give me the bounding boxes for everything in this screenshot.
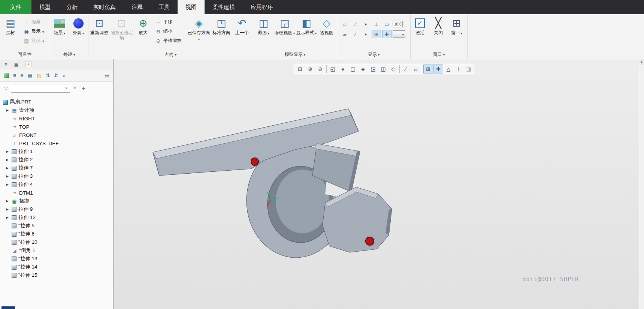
tree-item-extrude-5[interactable]: "拉伸 5 (0, 222, 113, 230)
tab-analysis[interactable]: 分析 (58, 0, 85, 14)
tree-item-front-plane[interactable]: ▱ FRONT (0, 131, 113, 139)
axis-tag-display-toggle[interactable]: ∕ (351, 30, 360, 38)
document-icon[interactable]: ▤ (105, 72, 109, 78)
expand-arrow-icon[interactable]: ▶ (6, 199, 10, 203)
expand-arrow-icon[interactable]: ▶ (6, 158, 10, 162)
annotation-display-icon[interactable]: ▱ (411, 64, 421, 74)
select-filter-toggle[interactable]: ⊞ (372, 30, 381, 38)
tree-item-extrude-3[interactable]: ▶ 拉伸 3 (0, 172, 113, 180)
zoom-region-icon[interactable]: ⊡ (295, 64, 305, 74)
tolerance-value-box[interactable]: 10.0 (393, 21, 403, 27)
pause-icon[interactable]: ‖ (454, 64, 463, 74)
tree-item-extrude-12[interactable]: ▶ 拉伸 12 (0, 213, 113, 222)
tab-annotate[interactable]: 注释 (124, 0, 151, 14)
clipboard-icon[interactable]: ▣ (14, 62, 19, 67)
expand-arrow-icon[interactable]: ▶ (6, 166, 10, 170)
layer-tree-button[interactable]: ▤ 层树 (0, 15, 21, 35)
activate-button[interactable]: ✓ 激活 (411, 15, 429, 35)
tree-columns-icon[interactable]: ▦ (27, 72, 32, 78)
expand-arrow-icon[interactable]: ▶ (6, 216, 10, 219)
vertical-scrollbar[interactable]: ▲ (639, 59, 644, 309)
tree-item-csys[interactable]: ⊥ PRT_CSYS_DEF (0, 139, 113, 147)
scroll-up-icon[interactable]: ▲ (639, 59, 644, 65)
datum-csys-display-toggle[interactable]: ⊥ (372, 20, 381, 28)
manage-views-button[interactable]: ◲ 管理视图 ▾ (274, 15, 296, 36)
expand-arrow-icon[interactable]: ▶ (6, 174, 10, 178)
sort-ascending-icon[interactable]: ⇅ (46, 72, 50, 78)
add-filter-button[interactable]: ＋ (80, 85, 87, 92)
section-button[interactable]: ◫ 截面 ▾ (253, 15, 274, 36)
appearance-footer[interactable]: 外观 ▾ (50, 50, 88, 59)
spin-center-toggle[interactable]: ✚ (382, 30, 391, 38)
display-style-button[interactable]: ◧ 显示样式 ▾ (296, 15, 317, 36)
previous-view-button[interactable]: ↶ 上一个 (232, 15, 252, 35)
point-tag-display-toggle[interactable]: ∗ (361, 30, 371, 38)
warning-icon[interactable]: △ (444, 64, 453, 74)
tree-list-alt-icon[interactable]: ≡ (20, 72, 23, 78)
view-manager-icon[interactable]: ◲ (368, 64, 378, 74)
window-footer[interactable]: 窗口 ▾ (411, 50, 467, 59)
tree-item-extrude-4[interactable]: ▶ 拉伸 4 (0, 180, 113, 189)
tree-list-icon[interactable]: ≡ (13, 72, 16, 78)
zoom-to-selected-button[interactable]: ⊡ 缩放至选定项 (110, 15, 133, 40)
tree-filter-input[interactable] (11, 86, 63, 91)
overflow-chevron-icon[interactable]: » (63, 72, 66, 78)
tree-item-extrude-1[interactable]: ▶ 拉伸 1 (0, 147, 113, 156)
tree-item-dtm1[interactable]: ▱ DTM1 (0, 189, 113, 197)
graphics-area[interactable]: ⊡ ⊕ ⊖ ◱ ◕ ▢ ◈ ◲ ◫ ◇ ∕ ▱ ⊞ ✚ △ ‖ ◨ doit@D… (114, 59, 639, 309)
pan-button[interactable]: ⇔ 平移 (155, 19, 185, 25)
tree-item-group[interactable]: ▶ ▣ 捆绑 (0, 197, 113, 205)
zoom-out-button[interactable]: ⊖ 缩小 (155, 28, 185, 34)
saved-orientations-icon[interactable]: ◈ (358, 64, 368, 74)
close-window-button[interactable]: ╳ 关闭 (429, 15, 447, 35)
tree-item-extrude-15[interactable]: "拉伸 15 (0, 271, 113, 279)
model-3d-view[interactable] (114, 59, 639, 309)
orientation-footer[interactable]: 方向 ▾ (88, 50, 253, 59)
folder-browser-icon[interactable]: ▨ (37, 72, 42, 78)
scene-button[interactable]: 场景 ▾ (50, 15, 69, 36)
datum-plane-display-toggle[interactable]: ▱ (340, 20, 350, 28)
filter-dropdown-icon[interactable]: ▾ (72, 86, 78, 90)
tab-file[interactable]: 文件 (0, 0, 31, 14)
expand-arrow-icon[interactable]: ▶ (6, 150, 10, 153)
status-button[interactable]: ▦ 状况 ▾ (23, 38, 44, 44)
sort-descending-icon[interactable]: ⇵ (54, 72, 59, 78)
tree-item-chamfer-1[interactable]: ◢ "倒角 1 (0, 246, 113, 255)
expand-arrow-icon[interactable]: ▶ (6, 183, 10, 186)
clear-filter-icon[interactable]: × (63, 86, 70, 91)
datum-axis-display-toggle[interactable]: ∕ (351, 20, 360, 28)
repaint-icon[interactable]: ◱ (328, 64, 338, 74)
tab-view[interactable]: 视图 (178, 0, 205, 14)
perspective-button[interactable]: ◇ 透视图 (317, 15, 336, 35)
favorites-icon[interactable]: ★ (25, 62, 31, 67)
pan-zoom-button[interactable]: ⊙ 平移缩放 (155, 38, 185, 44)
saved-orientations-button[interactable]: ◈ 已保存方向 ▾ (187, 15, 211, 42)
tree-item-top-plane[interactable]: ▱ TOP (0, 123, 113, 131)
hide-button[interactable]: ◌ 隐藏 (23, 19, 44, 25)
model-display-footer[interactable]: 模型显示 ▾ (253, 50, 337, 59)
display-style-icon[interactable]: ▢ (348, 64, 358, 74)
zoom-in-icon[interactable]: ⊕ (305, 64, 315, 74)
standard-orientation-button[interactable]: ◳ 标准方向 (211, 15, 232, 35)
show-footer[interactable]: 显示 ▾ (337, 50, 410, 59)
expand-arrow-icon[interactable]: ▶ (6, 207, 10, 211)
annotation-display-toggle[interactable]: ▭ (382, 20, 391, 28)
zoom-in-button[interactable]: ⊕ 放大 (133, 15, 153, 35)
last-view-icon[interactable]: ◨ (464, 64, 474, 74)
tree-display-options-icon[interactable]: ≡ (4, 62, 7, 67)
tab-live-simulation[interactable]: 实时仿真 (85, 0, 124, 14)
zoom-out-icon[interactable]: ⊖ (315, 64, 325, 74)
tree-item-part-root[interactable]: 风扇.PRT (0, 98, 113, 106)
tree-item-extrude-10[interactable]: "拉伸 10 (0, 238, 113, 246)
tab-model[interactable]: 模型 (31, 0, 58, 14)
show-tree-toggle-icon[interactable]: ⊞ (423, 64, 433, 74)
part-mode-icon[interactable] (4, 73, 9, 78)
edge-color-dropdown[interactable]: ▾ (393, 30, 405, 38)
tab-applications[interactable]: 应用程序 (243, 0, 281, 14)
shade-icon[interactable]: ◕ (338, 64, 348, 74)
refit-button[interactable]: ⊡ 重新调整 (88, 15, 110, 35)
tree-item-extrude-9[interactable]: ▶ 拉伸 9 (0, 205, 113, 213)
expand-arrow-icon[interactable]: ▶ (6, 108, 10, 112)
appearance-button[interactable]: 外观 ▾ (69, 15, 88, 36)
spin-center-toggle-icon[interactable]: ✚ (433, 64, 443, 74)
